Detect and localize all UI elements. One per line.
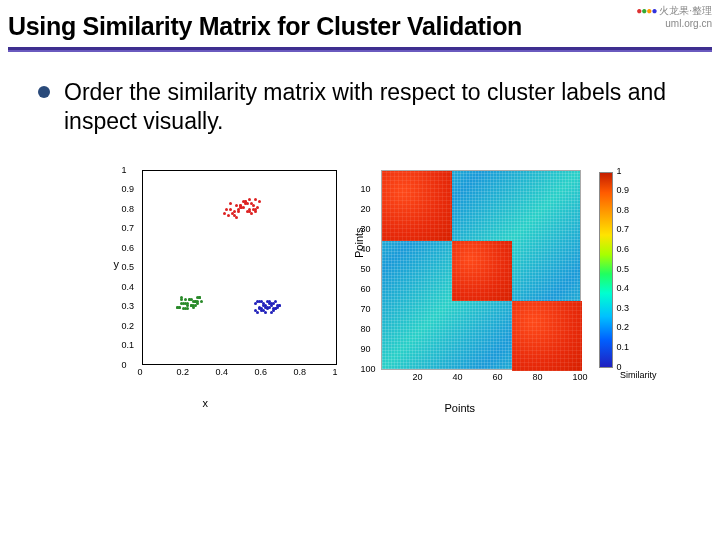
bullet-row: Order the similarity matrix with respect… bbox=[0, 52, 720, 136]
watermark-logo: ●●●● 火龙果·整理 uml.org.cn bbox=[636, 4, 712, 29]
scatter-xlabel: x bbox=[203, 397, 209, 409]
scatter-panel: x y 00.20.40.60.81 00.10.20.30.40.50.60.… bbox=[108, 170, 337, 391]
colorbar-panel: 10.90.80.70.60.50.40.30.20.10 Similarity bbox=[599, 170, 613, 368]
scatter-plot bbox=[142, 170, 337, 365]
logo-text-url: uml.org.cn bbox=[665, 18, 712, 29]
scatter-ylabel: y bbox=[114, 258, 120, 270]
slide-title: Using Similarity Matrix for Cluster Vali… bbox=[0, 0, 720, 45]
heatmap bbox=[381, 170, 581, 370]
heatmap-panel: Points Points 20406080100 10203040506070… bbox=[355, 170, 581, 396]
heatmap-xlabel: Points bbox=[445, 402, 476, 414]
bullet-icon bbox=[38, 86, 50, 98]
bullet-text: Order the similarity matrix with respect… bbox=[64, 78, 692, 136]
logo-text-cn: 火龙果·整理 bbox=[659, 5, 712, 16]
figures-row: x y 00.20.40.60.81 00.10.20.30.40.50.60.… bbox=[0, 170, 720, 396]
colorbar-label: Similarity bbox=[620, 370, 657, 380]
colorbar bbox=[599, 172, 613, 368]
